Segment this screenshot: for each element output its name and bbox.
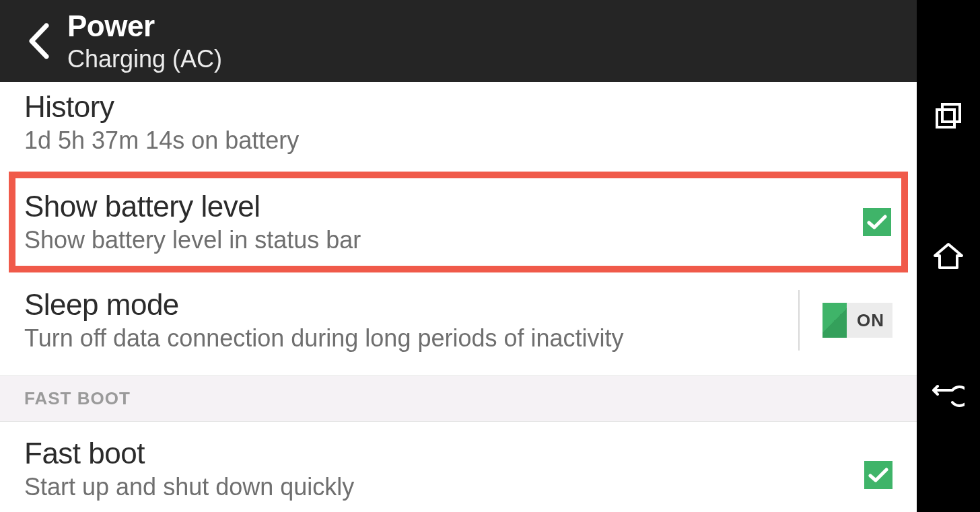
fast-boot-title: Fast boot: [24, 437, 893, 470]
sleep-mode-row[interactable]: Sleep mode Turn off data connection duri…: [0, 272, 917, 375]
history-subtitle: 1d 5h 37m 14s on battery: [24, 126, 893, 155]
fast-boot-row[interactable]: Fast boot Start up and shut down quickly: [0, 422, 917, 512]
settings-screen: Power Charging (AC) History 1d 5h 37m 14…: [0, 0, 917, 512]
sleep-mode-subtitle: Turn off data connection during long per…: [24, 324, 785, 353]
back-nav-button[interactable]: [932, 379, 965, 412]
sleep-mode-title: Sleep mode: [24, 288, 785, 322]
history-title: History: [24, 90, 893, 124]
svg-marker-2: [935, 244, 962, 268]
home-button[interactable]: [932, 240, 965, 273]
sleep-mode-text: Sleep mode Turn off data connection duri…: [24, 288, 798, 353]
page-subtitle: Charging (AC): [67, 45, 222, 73]
sleep-mode-toggle[interactable]: ON: [823, 303, 893, 338]
separator: [798, 290, 800, 351]
toggle-knob: [823, 303, 847, 338]
show-battery-row-highlight: Show battery level Show battery level in…: [9, 172, 907, 272]
content: History 1d 5h 37m 14s on battery Show ba…: [0, 82, 917, 512]
chevron-left-icon: [26, 23, 52, 59]
show-battery-title: Show battery level: [24, 190, 893, 223]
check-icon: [868, 467, 888, 483]
show-battery-row[interactable]: Show battery level Show battery level in…: [9, 172, 907, 272]
show-battery-checkbox[interactable]: [863, 208, 891, 236]
home-icon: [933, 242, 964, 270]
system-nav-bar: [917, 0, 980, 512]
show-battery-subtitle: Show battery level in status bar: [24, 226, 893, 254]
check-icon: [867, 214, 887, 230]
back-button[interactable]: [19, 17, 59, 65]
back-icon: [932, 382, 965, 409]
history-row[interactable]: History 1d 5h 37m 14s on battery: [0, 82, 917, 172]
svg-rect-1: [942, 104, 960, 122]
recent-apps-button[interactable]: [932, 100, 965, 134]
recent-apps-icon: [934, 103, 963, 131]
appbar-titles: Power Charging (AC): [67, 9, 222, 73]
section-header-fast-boot: FAST BOOT: [0, 375, 917, 422]
svg-rect-0: [937, 110, 954, 127]
fast-boot-subtitle: Start up and shut down quickly: [24, 473, 893, 501]
app-bar: Power Charging (AC): [0, 0, 917, 82]
page-title: Power: [67, 9, 222, 44]
toggle-label: ON: [857, 303, 884, 338]
fast-boot-checkbox[interactable]: [864, 461, 893, 489]
